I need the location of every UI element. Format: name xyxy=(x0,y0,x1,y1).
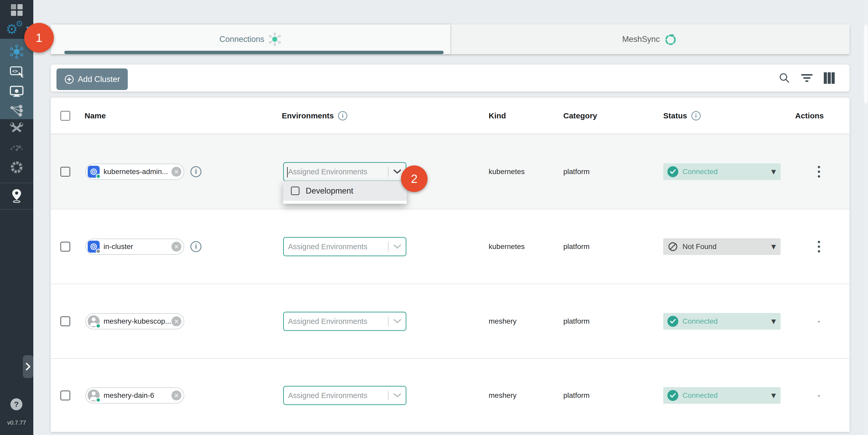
status-header-label: Status xyxy=(663,111,687,120)
connection-name: kubernetes-admin... xyxy=(103,167,168,176)
environment-option-development[interactable]: Development xyxy=(283,181,407,201)
connection-name: meshery-kubescop... xyxy=(103,317,171,325)
annotation-badge-2: 2 xyxy=(401,165,428,192)
column-header-environments[interactable]: Environments i xyxy=(282,111,347,120)
row-actions-menu-icon[interactable] xyxy=(813,166,825,178)
connection-status-dot xyxy=(96,174,101,179)
help-icon[interactable]: ? xyxy=(10,398,22,410)
chevron-down-icon[interactable] xyxy=(393,319,401,324)
sidebar-expand-toggle[interactable] xyxy=(23,355,33,378)
screen-user-icon xyxy=(9,85,24,97)
kind-cell: kubernetes xyxy=(489,243,525,251)
table-row: meshery-kubescop... × Assigned Environme… xyxy=(51,284,849,358)
connection-name-chip[interactable]: meshery-kubescop... × xyxy=(85,313,184,330)
status-select-connected[interactable]: Connected ▼ xyxy=(663,163,781,180)
remove-connection-icon[interactable]: × xyxy=(172,242,181,252)
sidebar-item-service-mesh[interactable] xyxy=(0,101,33,120)
row-checkbox[interactable] xyxy=(60,167,70,177)
environments-placeholder: Assigned Environments xyxy=(288,167,367,176)
remove-connection-icon[interactable]: × xyxy=(172,167,181,177)
status-info-icon[interactable]: i xyxy=(691,111,701,120)
no-actions-label: - xyxy=(813,391,825,400)
dashboard-icon[interactable] xyxy=(0,0,33,20)
sidebar-item-adapters[interactable]: <> xyxy=(0,62,33,82)
column-header-status[interactable]: Status i xyxy=(663,111,701,120)
annotation-badge-1: 1 xyxy=(24,23,54,53)
caret-down-icon: ▼ xyxy=(771,392,776,399)
chevron-down-icon[interactable] xyxy=(393,169,401,174)
caret-down-icon: ▼ xyxy=(771,243,776,250)
svg-text:<>: <> xyxy=(12,69,18,74)
sidebar-item-workspace[interactable] xyxy=(0,82,33,101)
environments-dropdown-menu: Development xyxy=(283,181,407,204)
environments-info-icon[interactable]: i xyxy=(338,111,347,120)
table-row: in-cluster × i Assigned Environments kub… xyxy=(51,209,849,284)
add-cluster-label: Add Cluster xyxy=(78,75,120,84)
connection-status-dot xyxy=(96,323,101,328)
sidebar-item-extensions[interactable] xyxy=(0,157,33,177)
connection-name-chip[interactable]: in-cluster × xyxy=(85,239,184,255)
user-avatar-icon xyxy=(88,315,100,327)
scrollbar-thumb[interactable] xyxy=(864,25,867,103)
table-header: Name Environments i Kind Category Status… xyxy=(51,98,849,134)
row-actions-menu-icon[interactable] xyxy=(813,241,825,252)
kubernetes-icon xyxy=(88,241,100,253)
table-toolbar: Add Cluster xyxy=(51,64,849,92)
chevron-down-icon[interactable] xyxy=(393,393,401,398)
search-icon[interactable] xyxy=(778,72,790,84)
plus-circle-icon xyxy=(64,74,74,84)
meshery-connections-page: ⚙⚙▾ xyxy=(0,0,868,435)
kind-cell: meshery xyxy=(489,391,517,400)
service-mesh-icon xyxy=(10,104,23,117)
remove-connection-icon[interactable]: × xyxy=(172,316,181,326)
location-pin-icon xyxy=(10,189,23,203)
page-scrollbar[interactable] xyxy=(863,0,868,435)
environments-select[interactable]: Assigned Environments xyxy=(283,237,406,256)
check-circle-icon xyxy=(668,166,678,177)
column-header-kind[interactable]: Kind xyxy=(489,111,506,120)
environments-select[interactable]: Assigned Environments xyxy=(283,386,406,405)
column-header-name[interactable]: Name xyxy=(85,111,106,120)
table-row: meshery-dain-6 × Assigned Environments m… xyxy=(51,358,849,432)
filter-icon[interactable] xyxy=(801,72,813,84)
caret-down-icon: ▼ xyxy=(771,168,776,175)
connection-name: meshery-dain-6 xyxy=(103,391,154,400)
connection-status-dot xyxy=(96,249,101,254)
status-select-notfound[interactable]: Not Found ▼ xyxy=(663,238,781,255)
environment-option-checkbox[interactable] xyxy=(291,187,300,195)
sidebar-item-get-started[interactable] xyxy=(0,186,33,206)
crossed-wrenches-icon xyxy=(10,121,24,135)
connection-info-icon[interactable]: i xyxy=(190,166,202,177)
connection-name-chip[interactable]: kubernetes-admin... × xyxy=(85,164,184,180)
sidebar-item-performance[interactable] xyxy=(0,137,33,157)
select-all-checkbox[interactable] xyxy=(60,111,70,121)
category-cell: platform xyxy=(563,391,590,400)
status-select-connected[interactable]: Connected ▼ xyxy=(663,313,781,330)
status-select-connected[interactable]: Connected ▼ xyxy=(663,387,781,404)
active-tab-indicator xyxy=(64,51,444,54)
sidebar-item-toolbox[interactable] xyxy=(0,118,33,138)
row-checkbox[interactable] xyxy=(60,391,70,400)
column-header-actions: Actions xyxy=(788,111,830,120)
toolbar-icons xyxy=(778,64,835,92)
row-checkbox[interactable] xyxy=(60,242,70,252)
category-cell: platform xyxy=(563,167,590,176)
table-row: kubernetes-admin... × i Assigned Environ… xyxy=(51,134,849,209)
connections-table: Name Environments i Kind Category Status… xyxy=(51,98,849,432)
remove-connection-icon[interactable]: × xyxy=(172,391,181,400)
add-cluster-button[interactable]: Add Cluster xyxy=(57,68,128,90)
tab-connections[interactable]: Connections xyxy=(51,25,450,54)
environments-select[interactable]: Assigned Environments xyxy=(283,312,406,331)
column-header-category[interactable]: Category xyxy=(563,111,597,120)
row-checkbox[interactable] xyxy=(60,316,70,326)
category-cell: platform xyxy=(563,317,590,325)
view-columns-icon[interactable] xyxy=(823,72,835,84)
environments-select-open[interactable]: Assigned Environments xyxy=(283,162,406,181)
tab-meshsync[interactable]: MeshSync xyxy=(450,25,849,54)
chevron-right-icon xyxy=(26,363,31,371)
connection-name-chip[interactable]: meshery-dain-6 × xyxy=(85,387,184,404)
user-avatar-icon xyxy=(88,390,100,401)
text-cursor xyxy=(287,167,288,178)
connection-info-icon[interactable]: i xyxy=(190,241,202,252)
chevron-down-icon[interactable] xyxy=(393,244,401,249)
